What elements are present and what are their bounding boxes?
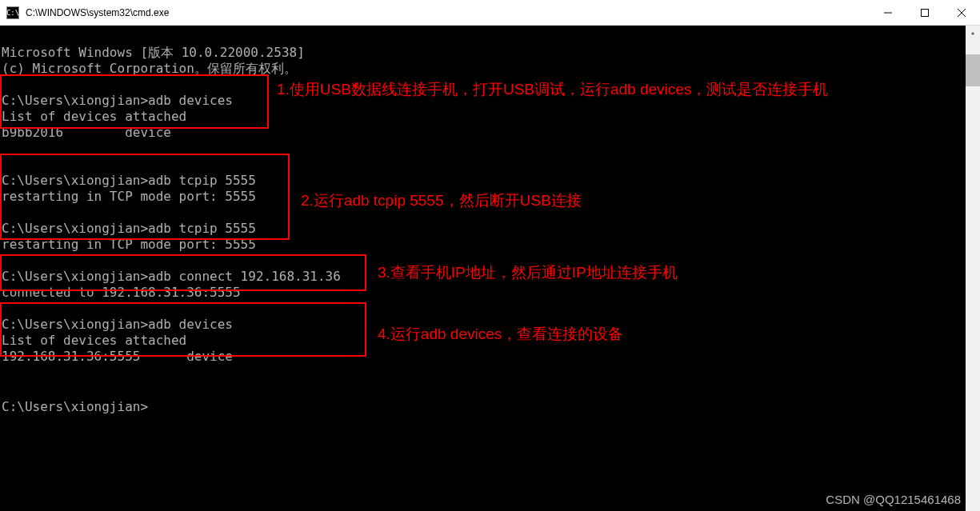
minimize-button[interactable] (870, 0, 906, 25)
terminal-line: C:\Users\xiongjian>adb devices (2, 93, 233, 108)
cmd-icon: C:\ (6, 6, 19, 19)
annotation-2: 2.运行adb tcpip 5555，然后断开USB连接 (301, 190, 582, 211)
terminal-line: restarting in TCP mode port: 5555 (2, 237, 256, 252)
terminal-line: List of devices attached (2, 333, 186, 348)
close-button[interactable] (943, 0, 980, 25)
vertical-scrollbar[interactable]: ▴ (966, 26, 980, 511)
annotation-4: 4.运行adb devices，查看连接的设备 (378, 324, 623, 345)
annotation-1: 1.使用USB数据线连接手机，打开USB调试，运行adb devices，测试是… (277, 79, 941, 100)
maximize-button[interactable] (906, 0, 943, 25)
terminal-prompt: C:\Users\xiongjian> (2, 399, 148, 414)
terminal-line: C:\Users\xiongjian>adb connect 192.168.3… (2, 269, 341, 284)
scrollbar-thumb[interactable] (966, 54, 980, 86)
terminal-line: Microsoft Windows [版本 10.0.22000.2538] (2, 45, 305, 60)
terminal-line: restarting in TCP mode port: 5555 (2, 189, 256, 204)
terminal-line: C:\Users\xiongjian>adb tcpip 5555 (2, 173, 256, 188)
window-title: C:\WINDOWS\system32\cmd.exe (26, 7, 169, 18)
watermark: CSDN @QQ1215461468 (826, 493, 961, 506)
terminal-line: C:\Users\xiongjian>adb tcpip 5555 (2, 221, 256, 236)
terminal-line: connected to 192.168.31.36:5555 (2, 285, 241, 300)
window-titlebar: C:\ C:\WINDOWS\system32\cmd.exe (0, 0, 980, 26)
svg-rect-1 (922, 9, 929, 16)
terminal-line: b9bb2016 device (2, 125, 171, 140)
terminal-line: C:\Users\xiongjian>adb devices (2, 317, 233, 332)
terminal-line: (c) Microsoft Corporation。保留所有权利。 (2, 61, 297, 76)
terminal-line: List of devices attached (2, 109, 186, 124)
cursor-icon (148, 397, 155, 411)
titlebar-left: C:\ C:\WINDOWS\system32\cmd.exe (0, 6, 169, 19)
terminal-line: 192.168.31.36:5555 device (2, 349, 233, 364)
window-controls (870, 0, 980, 25)
scroll-up-icon[interactable]: ▴ (966, 26, 980, 40)
annotation-3: 3.查看手机IP地址，然后通过IP地址连接手机 (378, 262, 678, 283)
